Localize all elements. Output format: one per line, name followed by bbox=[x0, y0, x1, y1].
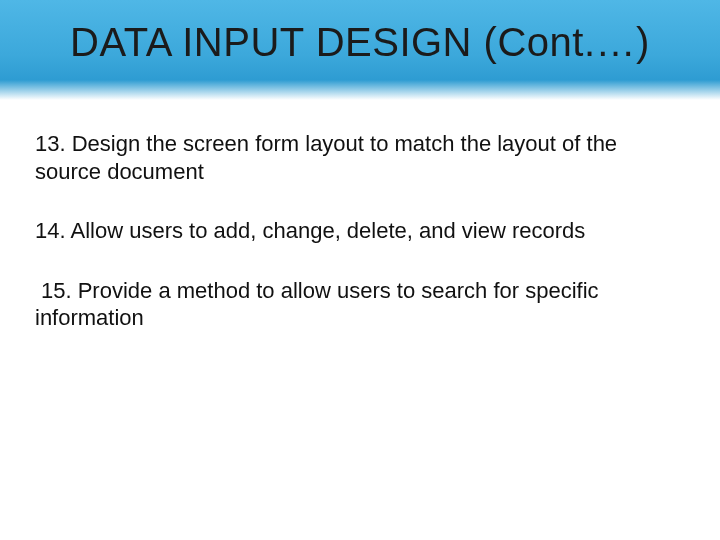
list-item: 14. Allow users to add, change, delete, … bbox=[35, 217, 685, 245]
slide: DATA INPUT DESIGN (Cont.…) 13. Design th… bbox=[0, 0, 720, 540]
slide-content: 13. Design the screen form layout to mat… bbox=[35, 130, 685, 364]
list-item: 13. Design the screen form layout to mat… bbox=[35, 130, 685, 185]
list-item: 15. Provide a method to allow users to s… bbox=[35, 277, 685, 332]
slide-title: DATA INPUT DESIGN (Cont.…) bbox=[0, 20, 720, 65]
